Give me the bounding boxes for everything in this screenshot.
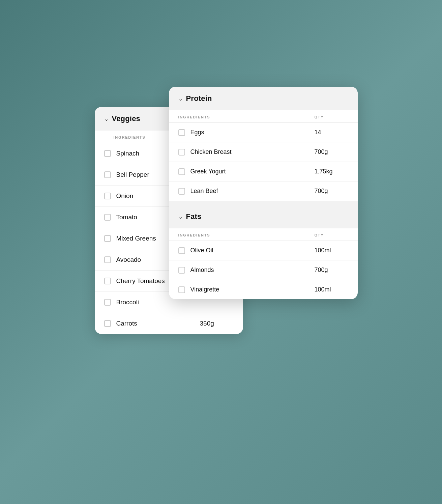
- vinaigrette-qty: 100ml: [315, 286, 348, 293]
- protein-col-ingredient: INGREDIENTS: [178, 115, 315, 119]
- list-item: Greek Yogurt 1.75kg: [169, 162, 358, 181]
- lean-beef-checkbox[interactable]: [178, 188, 185, 195]
- list-item: Almonds 700g: [169, 260, 358, 280]
- broccoli-name: Broccoli: [116, 299, 234, 306]
- protein-section-header[interactable]: ⌄ Protein: [169, 87, 358, 110]
- list-item: Carrots 350g: [95, 313, 243, 334]
- fats-table: INGREDIENTS QTY Olive Oil 100ml Almonds …: [169, 228, 358, 299]
- carrots-checkbox[interactable]: [104, 320, 111, 327]
- carrots-name: Carrots: [116, 320, 200, 327]
- lean-beef-name: Lean Beef: [190, 188, 315, 195]
- fats-table-header: INGREDIENTS QTY: [169, 228, 358, 241]
- protein-title: Protein: [186, 94, 212, 103]
- veggies-title: Veggies: [112, 114, 141, 123]
- almonds-checkbox[interactable]: [178, 267, 185, 274]
- protein-chevron-icon: ⌄: [178, 95, 183, 102]
- section-divider: [169, 201, 358, 205]
- chicken-breast-name: Chicken Breast: [190, 148, 315, 156]
- olive-oil-qty: 100ml: [315, 247, 348, 254]
- almonds-name: Almonds: [190, 267, 315, 274]
- broccoli-checkbox[interactable]: [104, 299, 111, 306]
- protein-table-header: INGREDIENTS QTY: [169, 110, 358, 123]
- tomato-checkbox[interactable]: [104, 214, 111, 221]
- almonds-qty: 700g: [315, 267, 348, 274]
- onion-checkbox[interactable]: [104, 193, 111, 199]
- list-item: Eggs 14: [169, 123, 358, 142]
- chicken-breast-checkbox[interactable]: [178, 149, 185, 156]
- vinaigrette-checkbox[interactable]: [178, 286, 185, 293]
- spinach-checkbox[interactable]: [104, 150, 111, 157]
- list-item: Chicken Breast 700g: [169, 142, 358, 162]
- olive-oil-checkbox[interactable]: [178, 247, 185, 254]
- fats-chevron-icon: ⌄: [178, 214, 183, 220]
- list-item: Olive Oil 100ml: [169, 241, 358, 260]
- olive-oil-name: Olive Oil: [190, 247, 315, 254]
- chicken-breast-qty: 700g: [315, 148, 348, 156]
- eggs-checkbox[interactable]: [178, 129, 185, 136]
- greek-yogurt-checkbox[interactable]: [178, 168, 185, 175]
- list-item: Vinaigrette 100ml: [169, 280, 358, 299]
- carrots-qty: 350g: [200, 320, 234, 327]
- fats-title: Fats: [186, 212, 202, 221]
- fats-section-header[interactable]: ⌄ Fats: [169, 205, 358, 228]
- fats-col-qty: QTY: [315, 233, 348, 237]
- protein-fats-card: ⌄ Protein INGREDIENTS QTY Eggs 14 Chicke…: [169, 87, 358, 299]
- greek-yogurt-qty: 1.75kg: [315, 168, 348, 175]
- fats-col-ingredient: INGREDIENTS: [178, 233, 315, 237]
- eggs-qty: 14: [315, 129, 348, 136]
- veggies-chevron-icon: ⌄: [104, 116, 109, 122]
- avocado-checkbox[interactable]: [104, 256, 111, 263]
- lean-beef-qty: 700g: [315, 188, 348, 195]
- eggs-name: Eggs: [190, 129, 315, 136]
- list-item: Lean Beef 700g: [169, 181, 358, 201]
- cherry-tomatoes-checkbox[interactable]: [104, 278, 111, 284]
- protein-col-qty: QTY: [315, 115, 348, 119]
- protein-table: INGREDIENTS QTY Eggs 14 Chicken Breast 7…: [169, 110, 358, 201]
- mixed-greens-checkbox[interactable]: [104, 235, 111, 242]
- vinaigrette-name: Vinaigrette: [190, 286, 315, 293]
- greek-yogurt-name: Greek Yogurt: [190, 168, 315, 175]
- bell-pepper-checkbox[interactable]: [104, 171, 111, 178]
